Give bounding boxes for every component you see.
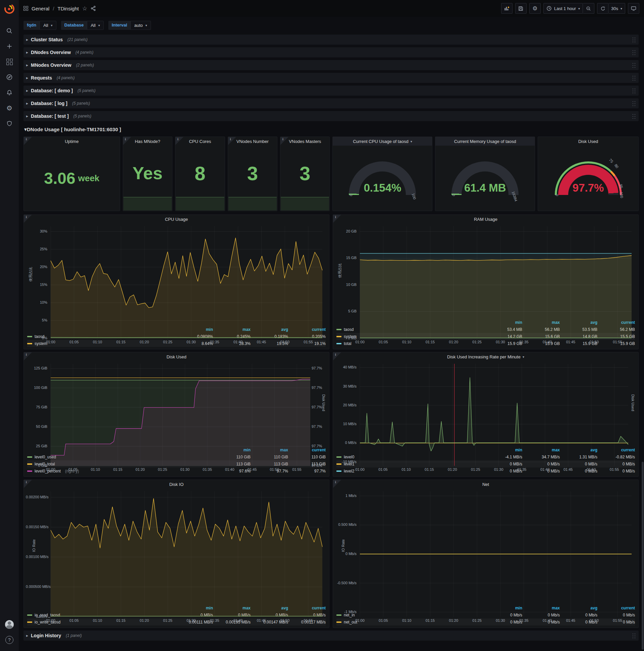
legend-swatch[interactable]: [336, 470, 342, 472]
panel-title[interactable]: Has MNode?: [123, 137, 172, 146]
breadcrumb-page[interactable]: TDinsight: [58, 6, 79, 11]
legend-swatch[interactable]: [27, 456, 32, 458]
x-tick: 01:25: [468, 467, 484, 471]
legend-swatch[interactable]: [336, 614, 342, 616]
x-tick: 01:50: [277, 618, 293, 622]
panel-title[interactable]: RAM Usage: [333, 215, 638, 223]
legend-series-toggle[interactable]: level0: [336, 455, 354, 459]
legend-swatch[interactable]: [27, 470, 32, 472]
dashboard-settings-button[interactable]: ⚙: [529, 3, 541, 14]
legend-swatch[interactable]: [336, 343, 342, 344]
search-icon[interactable]: [0, 23, 19, 39]
legend-series-toggle[interactable]: taosd: [336, 327, 354, 332]
x-tick: 01:10: [399, 340, 415, 344]
legend-swatch[interactable]: [27, 343, 32, 344]
row-requests[interactable]: ▸ Requests(4 panels): [24, 73, 639, 83]
y-tick: 10 MB/s: [335, 422, 357, 426]
row-database-test[interactable]: ▸ Database: [ test ](5 panels): [24, 111, 639, 121]
y-tick-right: 97.7%: [312, 385, 326, 390]
row-drag-handle[interactable]: [632, 633, 636, 638]
x-tick: 01:55: [300, 618, 316, 622]
x-tick: 01:20: [444, 467, 460, 471]
create-plus-icon[interactable]: [0, 39, 19, 54]
y-axis-label: IO Rate: [341, 526, 345, 566]
row-drag-handle[interactable]: [632, 50, 636, 55]
refresh-interval-dropdown[interactable]: 30s ▾: [608, 3, 625, 14]
panel-title[interactable]: Current CPU Usage of taosd▾: [333, 137, 432, 146]
dashboards-icon[interactable]: [0, 54, 19, 69]
y-tick: 25%: [26, 247, 47, 251]
legend-series-toggle[interactable]: total: [336, 341, 352, 346]
user-avatar[interactable]: [0, 617, 19, 632]
configuration-gear-icon[interactable]: ⚙: [0, 100, 19, 116]
row-dnode-usage[interactable]: ▾ DNode Usage [ huolinhe-TM1701:6030 ]: [24, 124, 639, 134]
breadcrumb-section[interactable]: General: [32, 6, 49, 11]
row-drag-handle[interactable]: [632, 101, 636, 106]
y-tick: 30 MB/s: [335, 384, 357, 388]
help-icon[interactable]: ?: [0, 632, 19, 648]
panel-title[interactable]: Disk Used Increasing Rate per Minute▾: [333, 352, 638, 361]
disk-rate-plot[interactable]: Disk Used -10 MB/s0 MB/s10 MB/s20 MB/s30…: [335, 362, 636, 445]
row-database-log[interactable]: ▸ Database: [ log ](5 panels): [24, 98, 639, 108]
net-plot[interactable]: IO Rate -1 Mb/s-0.500 Mb/s0 Mb/s0.500 Mb…: [335, 489, 636, 603]
x-tick: 01:40: [222, 467, 238, 471]
x-tick: 01:30: [492, 340, 509, 344]
legend-swatch[interactable]: [336, 329, 342, 330]
panel-title[interactable]: Disk Used: [538, 137, 638, 146]
legend-swatch[interactable]: [27, 621, 32, 623]
save-dashboard-button[interactable]: [515, 3, 526, 14]
x-tick: 01:20: [136, 340, 152, 344]
variable-database-value[interactable]: All▾: [87, 21, 103, 30]
variable-interval-value[interactable]: auto▾: [130, 21, 151, 30]
y-tick: 75 GiB: [26, 405, 47, 409]
explore-compass-icon[interactable]: [0, 69, 19, 85]
ram-usage-plot[interactable]: 使用占比 0 MB5 GB10 GB15 GB20 GB01:0001:0501…: [335, 224, 636, 317]
grafana-logo-icon[interactable]: [4, 3, 15, 14]
panel-title[interactable]: Disk Used: [24, 352, 329, 361]
variable-database-label: Database: [61, 21, 87, 30]
disk-used-plot[interactable]: Disk Used 0 GiB25 GiB50 GiB75 GiB100 GiB…: [26, 362, 327, 445]
add-panel-button[interactable]: [501, 3, 513, 14]
panel-title[interactable]: VNodes Number: [228, 137, 277, 146]
legend-swatch[interactable]: [336, 621, 342, 623]
right-axis-label: Disk Used: [322, 386, 326, 420]
panel-title[interactable]: CPU Cores: [175, 137, 224, 146]
row-login-history[interactable]: ▸ Login History(1 panel): [24, 630, 639, 641]
cpu-usage-plot[interactable]: 使用占比 0%5%10%15%20%25%30%01:0001:0501:100…: [26, 224, 327, 324]
row-drag-handle[interactable]: [632, 62, 636, 68]
page-scrollbar[interactable]: [641, 17, 644, 651]
panel-title[interactable]: Net: [333, 480, 638, 489]
row-drag-handle[interactable]: [632, 75, 636, 81]
y-tick-right: 97.7%: [312, 425, 326, 429]
dashboard-grid-icon: [24, 6, 28, 11]
share-icon[interactable]: [91, 6, 96, 11]
y-tick: -10 MB/s: [335, 460, 357, 464]
server-admin-shield-icon[interactable]: [0, 116, 19, 131]
x-tick: 01:35: [516, 340, 532, 344]
row-dnodes-overview[interactable]: ▸ DNodes Overview(4 panels): [24, 47, 639, 57]
row-drag-handle[interactable]: [632, 114, 636, 119]
row-mnodes-overview[interactable]: ▸ MNodes Overview(2 panels): [24, 60, 639, 70]
row-database-demo[interactable]: ▸ Database: [ demo ](5 panels): [24, 86, 639, 96]
y-tick: 5%: [26, 318, 47, 322]
alerting-bell-icon[interactable]: [0, 85, 19, 100]
chevron-right-icon: ▸: [26, 63, 28, 67]
variable-fqdn-value[interactable]: All▾: [40, 21, 56, 30]
row-cluster-status[interactable]: ▸ Cluster Status(21 panels): [24, 35, 639, 44]
disk-io-plot[interactable]: IO Rate 0 MB/s0.000500 MB/s0.00100 MB/s0…: [26, 489, 327, 603]
panel-title[interactable]: Uptime: [24, 137, 120, 146]
panel-cpu-usage-chart: i CPU Usage 使用占比 0%5%10%15%20%25%30%01:0…: [24, 214, 329, 349]
time-range-picker[interactable]: Last 1 hour ▾: [543, 3, 583, 14]
panel-title[interactable]: Disk IO: [24, 480, 329, 489]
star-icon[interactable]: ☆: [82, 5, 87, 12]
zoom-out-time-button[interactable]: [583, 3, 594, 14]
variable-fqdn-label: fqdn: [24, 21, 40, 30]
panel-title[interactable]: VNodes Masters: [281, 137, 329, 146]
cycle-view-mode-button[interactable]: [628, 3, 639, 14]
row-drag-handle[interactable]: [632, 37, 636, 42]
legend-swatch[interactable]: [336, 456, 342, 458]
refresh-button[interactable]: [597, 3, 608, 14]
panel-title[interactable]: Current Memory Usage of taosd: [436, 137, 535, 146]
row-drag-handle[interactable]: [632, 88, 636, 93]
panel-title[interactable]: CPU Usage: [24, 215, 329, 223]
